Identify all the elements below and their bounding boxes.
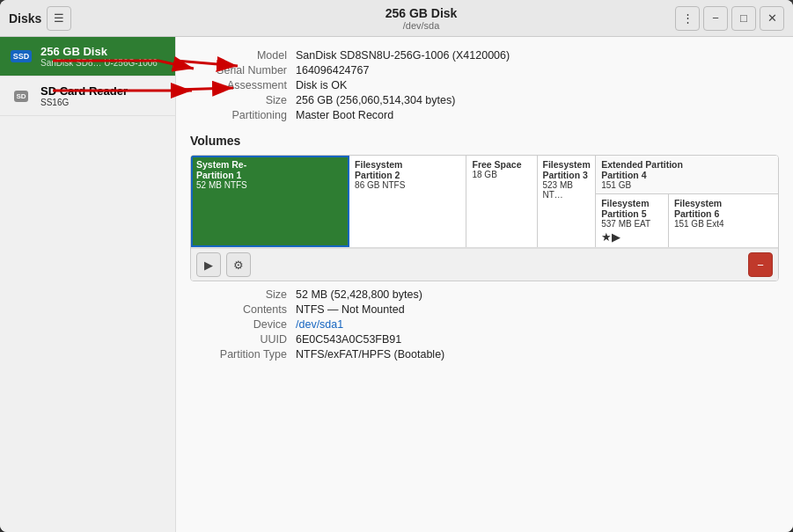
size-value: 256 GB (256,060,514,304 bytes): [296, 94, 455, 106]
partition-3[interactable]: FilesystemPartition 3 523 MB NT…: [538, 156, 597, 247]
detail-type-value: NTFS/exFAT/HPFS (Bootable): [296, 348, 444, 361]
assessment-row: Assessment Disk is OK: [190, 79, 779, 91]
partition-5[interactable]: FilesystemPartition 5 537 MB EAT ★▶: [596, 194, 669, 247]
assessment-value: Disk is OK: [296, 79, 347, 91]
detail-size-label: Size: [190, 288, 287, 301]
volumes-container: System Re-Partition 1 52 MB NTFS Filesys…: [190, 155, 779, 281]
assessment-label: Assessment: [190, 79, 287, 91]
maximize-button[interactable]: □: [731, 6, 756, 31]
free-space[interactable]: Free Space 18 GB: [466, 156, 537, 247]
titlebar: Disks ☰ 256 GB Disk /dev/sda ⋮ − □ ✕: [0, 0, 793, 37]
p6-size: 151 GB Ext4: [674, 219, 773, 229]
main-content: Model SanDisk SD8SN8U-256G-1006 (X412000…: [176, 37, 793, 532]
titlebar-left: Disks ☰: [9, 6, 167, 31]
p1-name: System Re-Partition 1: [196, 159, 343, 180]
detail-contents-label: Contents: [190, 303, 287, 316]
partitioning-label: Partitioning: [190, 109, 287, 121]
extended-size: 151 GB: [601, 180, 773, 190]
volumes-toolbar: ▶ ⚙ −: [191, 248, 778, 281]
size-label: Size: [190, 94, 287, 106]
partition-2[interactable]: FilesystemPartition 2 86 GB NTFS: [349, 156, 466, 247]
serial-label: Serial Number: [190, 64, 287, 77]
p2-name: FilesystemPartition 2: [355, 159, 460, 180]
model-row: Model SanDisk SD8SN8U-256G-1006 (X412000…: [190, 49, 779, 62]
detail-type-label: Partition Type: [190, 348, 287, 361]
partitioning-row: Partitioning Master Boot Record: [190, 109, 779, 121]
p1-size: 52 MB NTFS: [196, 180, 343, 190]
detail-uuid-label: UUID: [190, 333, 287, 346]
size-row: Size 256 GB (256,060,514,304 bytes): [190, 94, 779, 106]
sidebar-ssd-text: 256 GB Disk SanDisk SD8… U-256G-1006: [40, 45, 158, 68]
extended-partition[interactable]: Extended PartitionPartition 4 151 GB Fil…: [596, 156, 778, 247]
partition-1[interactable]: System Re-Partition 1 52 MB NTFS: [191, 156, 349, 247]
play-button[interactable]: ▶: [196, 252, 221, 277]
p5-icons: ★▶: [601, 230, 663, 244]
p5-size: 537 MB EAT: [601, 219, 663, 229]
ssd-icon: SSD: [9, 44, 33, 69]
extended-name: Extended PartitionPartition 4: [601, 159, 773, 180]
app-title: Disks: [9, 11, 41, 26]
detail-size-value: 52 MB (52,428,800 bytes): [296, 288, 422, 301]
detail-device-row: Device /dev/sda1: [190, 318, 779, 331]
sidebar-ssd-name: 256 GB Disk: [40, 45, 158, 58]
close-button[interactable]: ✕: [760, 6, 784, 31]
p3-name: FilesystemPartition 3: [543, 159, 591, 180]
sidebar-sdcard-sub: SS16G: [40, 98, 128, 107]
remove-button[interactable]: −: [748, 252, 773, 277]
menu-button[interactable]: ☰: [47, 6, 71, 31]
sdcard-icon: SD: [9, 84, 33, 108]
model-label: Model: [190, 49, 287, 62]
freespace-size: 18 GB: [472, 170, 531, 179]
app-window: Disks ☰ 256 GB Disk /dev/sda ⋮ − □ ✕ SSD…: [0, 0, 793, 532]
detail-size-row: Size 52 MB (52,428,800 bytes): [190, 288, 779, 301]
sidebar-sdcard-text: SD Card Reader SS16G: [40, 84, 128, 107]
partitioning-value: Master Boot Record: [296, 109, 393, 121]
detail-device-label: Device: [190, 318, 287, 331]
sidebar-item-sdcard[interactable]: SD SD Card Reader SS16G: [0, 77, 175, 116]
partitions-row: System Re-Partition 1 52 MB NTFS Filesys…: [191, 156, 778, 248]
detail-contents-value: NTFS — Not Mounted: [296, 303, 405, 316]
partition-6[interactable]: FilesystemPartition 6 151 GB Ext4: [669, 194, 778, 247]
sidebar: SSD 256 GB Disk SanDisk SD8… U-256G-1006…: [0, 37, 176, 532]
p3-size: 523 MB NT…: [543, 180, 591, 200]
gear-button[interactable]: ⚙: [226, 252, 251, 277]
p2-size: 86 GB NTFS: [355, 180, 460, 190]
titlebar-center: 256 GB Disk /dev/sda: [167, 6, 675, 31]
detail-contents-row: Contents NTFS — Not Mounted: [190, 303, 779, 316]
freespace-name: Free Space: [472, 159, 531, 170]
detail-device-value: /dev/sda1: [296, 318, 343, 331]
p6-name: FilesystemPartition 6: [674, 198, 773, 219]
window-title-sub: /dev/sda: [167, 20, 675, 31]
sidebar-ssd-sub: SanDisk SD8… U-256G-1006: [40, 58, 158, 68]
detail-type-row: Partition Type NTFS/exFAT/HPFS (Bootable…: [190, 348, 779, 361]
detail-uuid-row: UUID 6E0C543A0C53FB91: [190, 333, 779, 346]
dots-button[interactable]: ⋮: [675, 6, 700, 31]
volumes-title: Volumes: [190, 134, 779, 148]
serial-row: Serial Number 164096424767: [190, 64, 779, 77]
p5-name: FilesystemPartition 5: [601, 198, 663, 219]
sidebar-item-ssd[interactable]: SSD 256 GB Disk SanDisk SD8… U-256G-1006: [0, 37, 175, 77]
minimize-button[interactable]: −: [703, 6, 728, 31]
model-value: SanDisk SD8SN8U-256G-1006 (X4120006): [296, 49, 510, 62]
sidebar-sdcard-name: SD Card Reader: [40, 84, 128, 98]
extended-inner: FilesystemPartition 5 537 MB EAT ★▶ File…: [596, 194, 778, 247]
disk-info-table: Model SanDisk SD8SN8U-256G-1006 (X412000…: [190, 49, 779, 121]
serial-value: 164096424767: [296, 64, 369, 77]
detail-uuid-value: 6E0C543A0C53FB91: [296, 333, 401, 346]
extended-header: Extended PartitionPartition 4 151 GB: [596, 156, 778, 194]
content-area: SSD 256 GB Disk SanDisk SD8… U-256G-1006…: [0, 37, 793, 532]
partition-details: Size 52 MB (52,428,800 bytes) Contents N…: [190, 288, 779, 361]
titlebar-right: ⋮ − □ ✕: [675, 6, 784, 31]
window-title-main: 256 GB Disk: [167, 6, 675, 20]
